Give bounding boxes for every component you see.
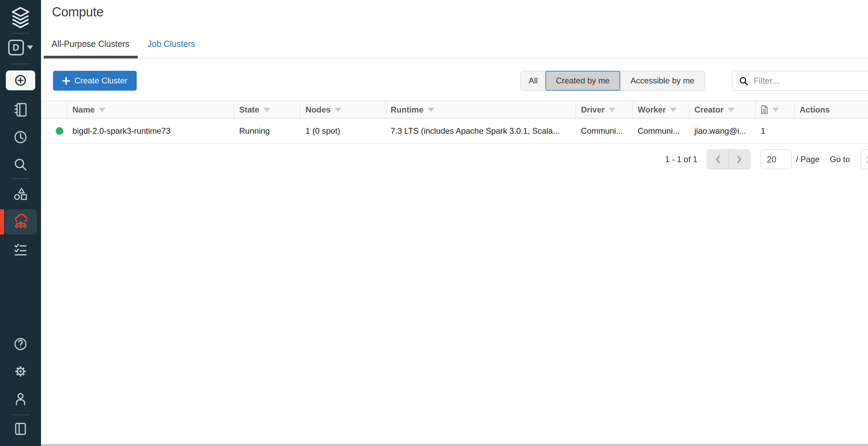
sidebar-item-create[interactable] <box>6 70 35 90</box>
tab-all-purpose-clusters[interactable]: All-Purpose Clusters <box>44 39 138 58</box>
header-runtime[interactable]: Runtime <box>385 101 576 118</box>
sort-arrow-icon[interactable] <box>335 108 341 112</box>
cluster-nodes: 1 (0 spot) <box>300 126 385 136</box>
filter-search-input[interactable] <box>732 71 868 91</box>
sidebar-item-account[interactable] <box>0 391 41 407</box>
notebook-icon <box>12 102 29 118</box>
cluster-creator: jiao.wang@i... <box>689 126 756 136</box>
compute-cluster-icon <box>12 213 29 231</box>
cluster-status-cell <box>41 127 67 135</box>
chevron-left-icon <box>714 154 722 165</box>
sidebar-item-search[interactable] <box>0 156 41 173</box>
user-icon <box>12 391 29 407</box>
databricks-logo-icon[interactable] <box>0 5 41 29</box>
clusters-table: Name State Nodes Runtime Driver Worker C… <box>41 101 868 144</box>
cluster-runtime: 7.3 LTS (includes Apache Spark 3.0.1, Sc… <box>385 126 576 136</box>
cluster-notebooks-count: 1 <box>756 126 795 136</box>
panel-icon <box>12 421 29 437</box>
create-cluster-label: Create Cluster <box>74 76 127 86</box>
header-actions: Actions <box>795 101 868 118</box>
filter-created-by-me-button[interactable]: Created by me <box>545 71 620 91</box>
cluster-state: Running <box>234 126 300 136</box>
pagination: 1 - 1 of 1 / Page Go to <box>41 149 868 169</box>
chevron-right-icon <box>735 154 743 165</box>
filter-segmented-control: All Created by me Accessible by me <box>520 71 705 91</box>
sort-arrow-icon[interactable] <box>428 108 434 112</box>
filter-accessible-by-me-button[interactable]: Accessible by me <box>620 71 705 90</box>
gear-icon <box>12 363 29 380</box>
goto-page-input[interactable] <box>860 149 868 169</box>
filter-search <box>732 71 868 91</box>
plus-icon <box>62 77 70 85</box>
sort-arrow-icon[interactable] <box>670 108 677 112</box>
sort-arrow-icon[interactable] <box>99 108 106 112</box>
table-row-cluster[interactable]: bigdl-2.0-spark3-runtime73 Running 1 (0 … <box>41 118 868 144</box>
sort-arrow-icon[interactable] <box>263 108 270 112</box>
sidebar-item-compute[interactable] <box>5 209 37 235</box>
sidebar-item-models[interactable] <box>0 186 41 202</box>
sidebar-divider <box>11 178 30 179</box>
checklist-icon <box>12 241 29 258</box>
pagination-range: 1 - 1 of 1 <box>665 155 697 164</box>
page-title: Compute <box>52 5 104 19</box>
chevron-down-icon <box>27 45 33 50</box>
table-header-row: Name State Nodes Runtime Driver Worker C… <box>41 101 868 118</box>
shapes-icon <box>12 186 29 202</box>
clock-icon <box>12 129 29 145</box>
header-status <box>41 101 67 118</box>
status-running-icon <box>56 127 63 135</box>
plus-circle-icon <box>12 72 29 89</box>
sidebar-item-workspace[interactable] <box>0 102 41 118</box>
workspace-letter: D <box>8 40 24 55</box>
search-icon <box>12 156 29 173</box>
search-icon <box>738 76 749 86</box>
filter-all-button[interactable]: All <box>521 71 546 90</box>
sidebar-item-settings[interactable] <box>0 363 41 380</box>
cluster-driver: Communi... <box>576 126 633 136</box>
header-name[interactable]: Name <box>67 101 234 118</box>
document-icon <box>761 105 768 114</box>
cluster-name[interactable]: bigdl-2.0-spark3-runtime73 <box>67 126 234 136</box>
per-page-label: / Page <box>796 155 819 164</box>
sidebar: D <box>0 0 41 446</box>
header-creator[interactable]: Creator <box>689 101 756 118</box>
horizontal-scrollbar[interactable] <box>41 444 868 446</box>
header-state[interactable]: State <box>234 101 300 118</box>
header-notebooks[interactable] <box>756 101 795 118</box>
workspace-switcher[interactable]: D <box>0 38 41 57</box>
sort-arrow-icon[interactable] <box>772 108 779 112</box>
main-content: Compute All-Purpose Clusters Job Cluster… <box>41 0 868 446</box>
toolbar: Create Cluster All Created by me Accessi… <box>41 71 868 91</box>
pager-buttons <box>707 149 750 169</box>
sidebar-item-collapse[interactable] <box>0 421 41 437</box>
header-driver[interactable]: Driver <box>576 101 633 118</box>
tab-job-clusters[interactable]: Job Clusters <box>140 39 203 58</box>
help-icon <box>12 336 29 352</box>
next-page-button[interactable] <box>729 150 750 169</box>
page-size-input[interactable] <box>761 149 791 169</box>
sidebar-divider <box>11 64 30 64</box>
sidebar-divider <box>11 33 30 34</box>
sidebar-item-help[interactable] <box>0 336 41 352</box>
goto-label: Go to <box>830 155 850 164</box>
create-cluster-button[interactable]: Create Cluster <box>53 71 137 91</box>
sort-arrow-icon[interactable] <box>728 108 734 112</box>
sidebar-item-jobs[interactable] <box>0 241 41 258</box>
active-item-indicator <box>0 209 4 235</box>
tab-bar: All-Purpose Clusters Job Clusters <box>41 33 868 58</box>
header-nodes[interactable]: Nodes <box>300 101 385 118</box>
sort-arrow-icon[interactable] <box>609 108 615 112</box>
sidebar-item-recents[interactable] <box>0 129 41 145</box>
previous-page-button[interactable] <box>707 150 729 169</box>
cluster-worker: Communi... <box>633 126 689 136</box>
sidebar-divider <box>11 415 30 415</box>
header-worker[interactable]: Worker <box>633 101 689 118</box>
